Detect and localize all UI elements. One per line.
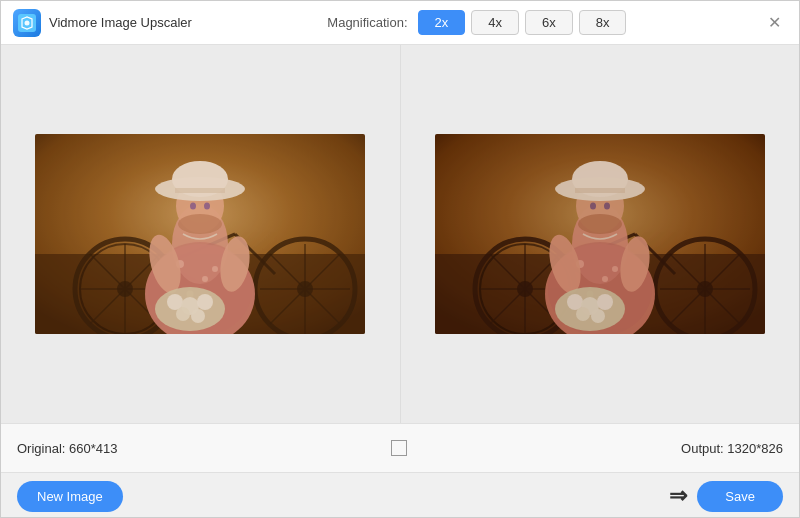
svg-rect-83: [435, 134, 765, 334]
save-section: ⇒ Save: [669, 481, 783, 512]
output-image-container: [435, 134, 765, 334]
original-image-panel: [1, 45, 401, 423]
bottom-bar: New Image ⇒ Save: [1, 473, 799, 518]
svg-point-1: [25, 20, 30, 25]
magnification-label: Magnification:: [327, 15, 407, 30]
output-image-panel: [401, 45, 800, 423]
output-image: [435, 134, 765, 334]
svg-rect-42: [35, 134, 365, 334]
new-image-button[interactable]: New Image: [17, 481, 123, 512]
info-bar: Original: 660*413 Output: 1320*826: [1, 423, 799, 473]
output-dimensions: Output: 1320*826: [681, 441, 783, 456]
title-bar: Vidmore Image Upscaler Magnification: 2x…: [1, 1, 799, 45]
compare-toggle[interactable]: [391, 440, 407, 456]
app-logo: [13, 9, 41, 37]
original-image-container: [35, 134, 365, 334]
original-image: [35, 134, 365, 334]
magnification-4x-button[interactable]: 4x: [471, 10, 519, 35]
close-button[interactable]: ✕: [762, 11, 787, 35]
compare-icon: [391, 440, 407, 456]
original-dimensions: Original: 660*413: [17, 441, 117, 456]
save-button[interactable]: Save: [697, 481, 783, 512]
arrow-right-icon: ⇒: [669, 483, 687, 509]
magnification-bar: Magnification: 2x 4x 6x 8x: [327, 10, 626, 35]
magnification-6x-button[interactable]: 6x: [525, 10, 573, 35]
magnification-2x-button[interactable]: 2x: [418, 10, 466, 35]
magnification-8x-button[interactable]: 8x: [579, 10, 627, 35]
main-area: [1, 45, 799, 423]
app-title: Vidmore Image Upscaler: [49, 15, 192, 30]
app-logo-title: Vidmore Image Upscaler: [13, 9, 192, 37]
